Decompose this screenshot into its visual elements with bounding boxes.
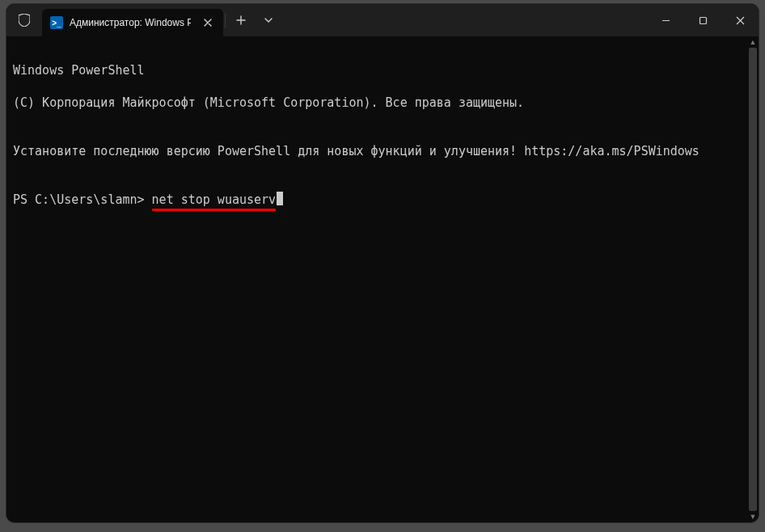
vertical-scrollbar[interactable]: ▲ ▼ xyxy=(747,36,759,522)
window-controls xyxy=(647,4,759,36)
titlebar-drag-region[interactable] xyxy=(282,4,647,36)
scroll-up-button[interactable]: ▲ xyxy=(747,36,759,48)
terminal-output[interactable]: Windows PowerShell (C) Корпорация Майкро… xyxy=(6,36,747,522)
svg-rect-0 xyxy=(699,17,706,23)
close-window-button[interactable] xyxy=(721,4,759,36)
tab-close-button[interactable] xyxy=(201,15,215,30)
terminal-area: Windows PowerShell (C) Корпорация Майкро… xyxy=(6,36,759,522)
prompt-text: PS C:\Users\slamn> xyxy=(13,192,152,208)
tab-dropdown-button[interactable] xyxy=(255,4,282,36)
output-line: Установите последнюю версию PowerShell д… xyxy=(13,143,741,159)
output-line: Windows PowerShell xyxy=(13,62,741,78)
maximize-button[interactable] xyxy=(684,4,721,36)
minimize-button[interactable] xyxy=(647,4,684,36)
scroll-thumb[interactable] xyxy=(749,48,757,511)
output-line: (C) Корпорация Майкрософт (Microsoft Cor… xyxy=(13,95,741,111)
scroll-down-button[interactable]: ▼ xyxy=(747,511,759,522)
titlebar: >_ Администратор: Windows Po xyxy=(6,4,759,36)
tab-powershell[interactable]: >_ Администратор: Windows Po xyxy=(42,9,223,36)
tab-divider xyxy=(225,13,226,27)
terminal-window: >_ Администратор: Windows Po xyxy=(6,4,759,522)
powershell-icon: >_ xyxy=(50,16,63,29)
prompt-line: PS C:\Users\slamn> net stop wuauserv xyxy=(13,192,741,208)
admin-shield-icon xyxy=(15,4,34,36)
highlight-underline xyxy=(152,209,277,211)
new-tab-button[interactable] xyxy=(227,4,255,36)
tab-title: Администратор: Windows Po xyxy=(70,17,191,28)
text-cursor xyxy=(277,192,283,205)
command-text: net stop wuauserv xyxy=(152,192,277,207)
